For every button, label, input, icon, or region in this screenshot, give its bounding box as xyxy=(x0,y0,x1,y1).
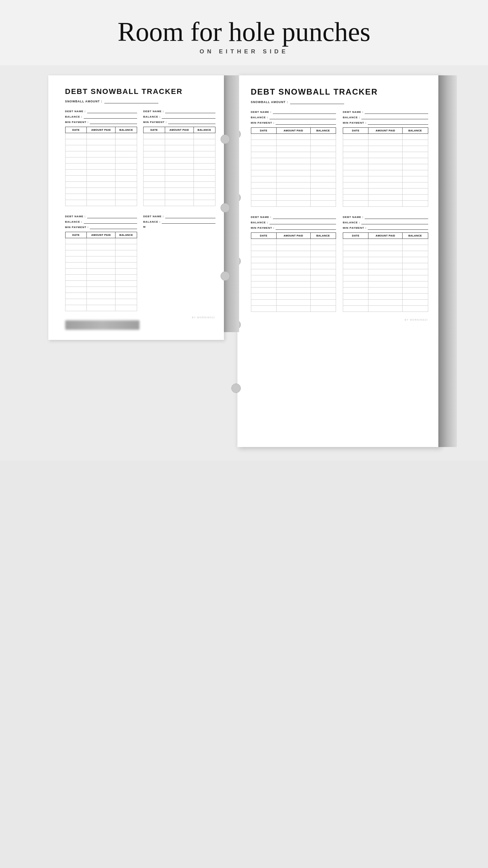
hole-1 xyxy=(221,134,230,144)
col-date-1: DATE xyxy=(65,127,87,133)
blurred-bar xyxy=(65,320,139,330)
debt-name-field-1: DEBT NAME : xyxy=(65,109,137,113)
col-date-1r: DATE xyxy=(144,127,165,133)
debt-table-2-bl: DATE AMOUNT PAID BALANCE xyxy=(251,232,336,312)
hole-3 xyxy=(221,271,230,281)
doc2: DEBT SNOWBALL TRACKER SNOWBALL AMOUNT : … xyxy=(237,75,440,447)
debt-section-2-br: DEBT NAME : BALANCE : MIN PAYMENT : xyxy=(343,215,428,312)
doc1-holes xyxy=(221,75,230,340)
header-title: Room for hole punches xyxy=(0,17,488,47)
header-section: Room for hole punches ON EITHER SIDE xyxy=(0,0,488,65)
debt-table-bl: DATE AMOUNT PAID BALANCE xyxy=(65,232,137,311)
debt-section-2-bl: DEBT NAME : BALANCE : MIN PAYMENT : xyxy=(251,215,336,312)
minpay-field-1r: MIN PAYMENT : xyxy=(143,120,215,124)
header-subtitle: ON EITHER SIDE xyxy=(0,48,488,55)
col-amount-1r: AMOUNT PAID xyxy=(165,127,194,133)
debt-sections-2-bottom: DEBT NAME : BALANCE : MIN PAYMENT : xyxy=(251,215,428,312)
debt-name-field-1r: DEBT NAME : xyxy=(143,109,215,113)
debt-section-right-1: DEBT NAME : BALANCE : MIN PAYMENT : xyxy=(143,109,215,206)
full-page: Room for hole punches ON EITHER SIDE DEB… xyxy=(0,0,488,461)
snowball-field-1: SNOWBALL AMOUNT : xyxy=(65,99,215,103)
debt-table-1r: DATE AMOUNT PAID BALANCE xyxy=(143,127,215,206)
col-balance-1: BALANCE xyxy=(115,127,137,133)
debt-table-2-br: DATE AMOUNT PAID BALANCE xyxy=(343,232,428,312)
col-amount-1: AMOUNT PAID xyxy=(87,127,115,133)
debt-section-bl: DEBT NAME : BALANCE : MIN PAYMENT : xyxy=(65,215,137,311)
debt-section-2-tl: DEBT NAME : BALANCE : MIN PAYMENT : xyxy=(251,110,336,207)
debt-table-1: DATE AMOUNT PAID BALANCE xyxy=(65,127,137,206)
hole-2 xyxy=(221,203,230,213)
debt-table-2-tl: DATE AMOUNT PAID BALANCE xyxy=(251,127,336,207)
snowball-field-2: SNOWBALL AMOUNT : xyxy=(251,100,428,104)
debt-sections-top: DEBT NAME : BALANCE : MIN PAYMENT : xyxy=(65,109,215,206)
hole-d2-5 xyxy=(231,383,241,393)
debt-section-br: DEBT NAME : BALANCE : M xyxy=(143,215,215,311)
debt-table-2-tr: DATE AMOUNT PAID BALANCE xyxy=(343,127,428,207)
debt-section-left-1: DEBT NAME : BALANCE : MIN PAYMENT : xyxy=(65,109,137,206)
debt-sections-bottom: DEBT NAME : BALANCE : MIN PAYMENT : xyxy=(65,215,215,311)
balance-field-1: BALANCE : xyxy=(65,115,137,119)
doc1-left: DEBT SNOWBALL TRACKER SNOWBALL AMOUNT : … xyxy=(48,75,224,340)
doc2-right-shadow xyxy=(438,75,457,447)
tracker-title-1: DEBT SNOWBALL TRACKER xyxy=(65,87,215,96)
docs-row-1: DEBT SNOWBALL TRACKER SNOWBALL AMOUNT : … xyxy=(0,65,488,447)
balance-field-1r: BALANCE : xyxy=(143,115,215,119)
debt-section-2-tr: DEBT NAME : BALANCE : MIN PAYMENT : xyxy=(343,110,428,207)
watermark-1: BY MORNINGZI xyxy=(65,316,215,319)
col-balance-1r: BALANCE xyxy=(194,127,215,133)
watermark-2: BY MORNINGZI xyxy=(251,319,428,321)
debt-sections-2-top: DEBT NAME : BALANCE : MIN PAYMENT : xyxy=(251,110,428,207)
tracker-title-2: DEBT SNOWBALL TRACKER xyxy=(251,87,428,97)
minpay-field-1: MIN PAYMENT : xyxy=(65,120,137,124)
